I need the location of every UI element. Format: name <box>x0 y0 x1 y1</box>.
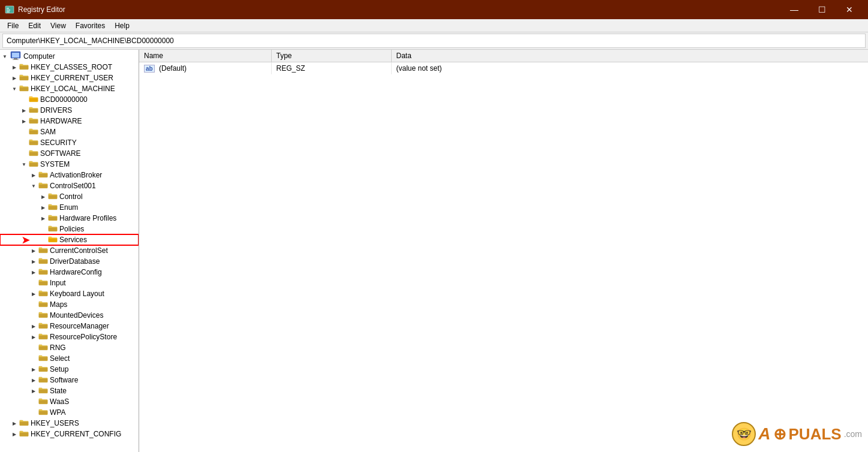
folder-icon <box>38 289 48 297</box>
expander[interactable]: ▶ <box>29 332 38 342</box>
right-panel: Name Type Data ab (Default) REG_SZ (valu… <box>139 50 868 452</box>
watermark: 🤓 A⊕PUALS.com <box>732 422 862 446</box>
folder-icon <box>38 246 48 254</box>
tree-item-setup[interactable]: ▶ Setup <box>0 364 139 375</box>
menu-help[interactable]: Help <box>110 20 134 31</box>
menu-file[interactable]: File <box>2 20 23 31</box>
tree-label: SAM <box>40 126 56 137</box>
expander[interactable]: ▶ <box>29 256 38 267</box>
expander[interactable]: ▼ <box>0 51 10 62</box>
tree-item-hku[interactable]: ▶ HKEY_USERS <box>0 418 139 429</box>
watermark-icon: 🤓 <box>732 422 756 446</box>
tree-item-controlset001[interactable]: ▼ ControlSet001 <box>0 180 139 191</box>
menu-edit[interactable]: Edit <box>23 20 46 31</box>
watermark-brand: PUALS <box>789 425 842 444</box>
tree-item-bcd[interactable]: BCD00000000 <box>0 94 139 105</box>
expander[interactable]: ▶ <box>29 245 38 256</box>
tree-item-hkcu[interactable]: ▶ HKEY_CURRENT_USER <box>0 73 139 83</box>
expander[interactable]: ▶ <box>29 170 38 180</box>
tree-item-resourcemanager[interactable]: ▶ ResourceManager <box>0 321 139 332</box>
tree-item-hardwareconfig[interactable]: ▶ HardwareConfig <box>0 267 139 278</box>
expander[interactable]: ▶ <box>19 116 29 126</box>
tree-label: ResourceManager <box>50 321 109 332</box>
tree-item-keyboardlayout[interactable]: ▶ Keyboard Layout <box>0 288 139 299</box>
table-header: Name Type Data <box>139 50 868 62</box>
expander[interactable]: ▶ <box>10 73 19 83</box>
expander <box>29 299 38 310</box>
tree-item-enum[interactable]: ▶ Enum <box>0 202 139 213</box>
tree-item-hardwareprofiles[interactable]: ▶ Hardware Profiles <box>0 213 139 224</box>
expander[interactable]: ▶ <box>29 375 38 385</box>
tree-label: ControlSet001 <box>50 180 96 191</box>
tree-item-hklm[interactable]: ▼ HKEY_LOCAL_MACHINE <box>0 83 139 94</box>
row-name: (Default) <box>159 64 187 73</box>
tree-panel[interactable]: ▼ Computer▶ HKEY_CLASSES_ROOT▶ HKEY_CURR… <box>0 50 139 452</box>
registry-icon <box>5 5 14 14</box>
tree-label: Policies <box>59 224 84 234</box>
expander[interactable]: ▼ <box>29 180 38 191</box>
col-data[interactable]: Data <box>391 50 868 62</box>
expander[interactable]: ▼ <box>10 83 19 94</box>
tree-label: DRIVERS <box>40 105 72 116</box>
col-type[interactable]: Type <box>271 50 391 62</box>
tree-item-input[interactable]: Input <box>0 278 139 288</box>
folder-icon <box>29 116 38 125</box>
expander[interactable]: ▶ <box>10 429 19 439</box>
minimize-button[interactable]: — <box>780 0 808 19</box>
expander[interactable]: ▶ <box>38 191 48 202</box>
tree-item-sam[interactable]: SAM <box>0 126 139 137</box>
table-row[interactable]: ab (Default) REG_SZ (value not set) <box>139 62 868 74</box>
expander[interactable]: ▶ <box>10 418 19 429</box>
title-bar-left: Registry Editor <box>5 5 65 14</box>
tree-item-select[interactable]: Select <box>0 353 139 364</box>
tree-label: HKEY_CLASSES_ROOT <box>31 62 112 73</box>
tree-item-drivers[interactable]: ▶ DRIVERS <box>0 105 139 116</box>
folder-icon <box>38 311 48 319</box>
tree-item-rng[interactable]: RNG <box>0 342 139 353</box>
expander[interactable]: ▶ <box>10 62 19 73</box>
menu-view[interactable]: View <box>46 20 71 31</box>
expander[interactable]: ▶ <box>29 267 38 278</box>
maximize-button[interactable]: ☐ <box>808 0 836 19</box>
tree-item-control[interactable]: ▶ Control <box>0 191 139 202</box>
tree-item-policies[interactable]: Policies <box>0 224 139 234</box>
tree-item-waas[interactable]: WaaS <box>0 396 139 407</box>
tree-item-wpa[interactable]: WPA <box>0 407 139 418</box>
tree-item-software[interactable]: SOFTWARE <box>0 148 139 159</box>
close-button[interactable]: ✕ <box>836 0 863 19</box>
expander <box>29 342 38 353</box>
tree-item-hardware[interactable]: ▶ HARDWARE <box>0 116 139 126</box>
tree-label: HardwareConfig <box>50 267 102 278</box>
tree-item-mounteddevices[interactable]: MountedDevices <box>0 310 139 321</box>
expander <box>29 396 38 407</box>
expander[interactable]: ▶ <box>29 385 38 396</box>
expander[interactable]: ▶ <box>29 321 38 332</box>
folder-icon <box>19 429 29 438</box>
col-name[interactable]: Name <box>139 50 271 62</box>
tree-label: Input <box>50 278 66 288</box>
tree-item-services[interactable]: Services➤ <box>0 234 139 245</box>
menu-favorites[interactable]: Favorites <box>71 20 110 31</box>
tree-item-maps[interactable]: Maps <box>0 299 139 310</box>
tree-item-state[interactable]: ▶ State <box>0 385 139 396</box>
expander[interactable]: ▶ <box>29 364 38 375</box>
tree-item-currentcontrolset[interactable]: ▶ CurrentControlSet <box>0 245 139 256</box>
tree-item-security[interactable]: SECURITY <box>0 137 139 148</box>
tree-item-computer[interactable]: ▼ Computer <box>0 51 139 62</box>
tree-item-resourcepolicystore[interactable]: ▶ ResourcePolicyStore <box>0 332 139 342</box>
expander[interactable]: ▶ <box>19 105 29 116</box>
tree-item-activationbroker[interactable]: ▶ ActivationBroker <box>0 170 139 180</box>
expander[interactable]: ▼ <box>19 159 29 170</box>
expander <box>29 310 38 321</box>
tree-item-hkcc[interactable]: ▶ HKEY_CURRENT_CONFIG <box>0 429 139 439</box>
tree-item-hkcr[interactable]: ▶ HKEY_CLASSES_ROOT <box>0 62 139 73</box>
tree-label: Hardware Profiles <box>59 213 116 224</box>
tree-item-softwarekey[interactable]: ▶ Software <box>0 375 139 385</box>
expander[interactable]: ▶ <box>38 202 48 213</box>
tree-item-system[interactable]: ▼ SYSTEM <box>0 159 139 170</box>
expander[interactable]: ▶ <box>29 288 38 299</box>
tree-label: ResourcePolicyStore <box>50 332 117 342</box>
ab-icon: ab <box>144 65 155 73</box>
expander[interactable]: ▶ <box>38 213 48 224</box>
tree-item-driverdatabase[interactable]: ▶ DriverDatabase <box>0 256 139 267</box>
